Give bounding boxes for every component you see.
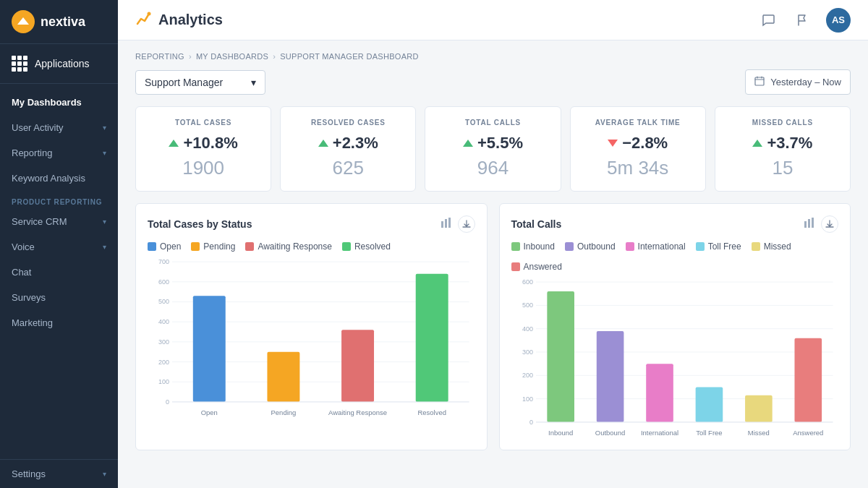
sidebar-item-label: Chat <box>12 267 31 278</box>
stat-label: RESOLVED CASES <box>292 119 404 127</box>
bar-chart-icon[interactable] <box>804 217 815 231</box>
stat-label: MISSED CALLS <box>727 119 838 127</box>
topbar-left: Analytics <box>135 10 223 30</box>
bar-chart-icon[interactable] <box>441 217 452 231</box>
stat-label: AVERAGE TALK TIME <box>582 119 694 127</box>
sidebar-item-settings[interactable]: Settings ▾ <box>0 460 118 488</box>
legend-item: Missed <box>752 241 791 252</box>
legend-color <box>342 242 351 251</box>
logo-area: nextiva <box>0 0 118 44</box>
legend-color <box>565 242 574 251</box>
y-axis-label: 100 <box>158 378 169 385</box>
y-axis-label: 500 <box>522 301 532 309</box>
download-icon[interactable] <box>458 215 475 233</box>
sidebar-item-label: Reporting <box>12 147 52 158</box>
sidebar-item-label: Keyword Analysis <box>12 173 85 184</box>
stat-change: +3.7% <box>727 134 838 153</box>
legend-label: International <box>638 241 686 252</box>
sidebar-item-service-crm[interactable]: Service CRM ▾ <box>0 209 118 234</box>
arrow-down-icon <box>608 140 618 147</box>
breadcrumb-item-reporting[interactable]: REPORTING <box>135 52 184 61</box>
bar <box>695 387 723 421</box>
sidebar-item-my-dashboards[interactable]: My Dashboards <box>0 90 118 115</box>
legend-label: Toll Free <box>708 241 741 252</box>
stat-value: 5m 34s <box>582 157 694 179</box>
legend-item: Resolved <box>342 241 391 252</box>
product-reporting-section: PRODUCT REPORTING <box>0 191 118 209</box>
stat-card-resolved-cases: RESOLVED CASES +2.3% 625 <box>280 106 416 192</box>
legend-label: Outbound <box>577 241 616 252</box>
stat-label: TOTAL CALLS <box>437 119 548 127</box>
date-range-label: Yesterday – Now <box>770 77 841 87</box>
y-axis-label: 300 <box>158 338 169 346</box>
stats-row: TOTAL CASES +10.8% 1900 RESOLVED CASES +… <box>135 106 851 192</box>
legend-label: Answered <box>524 262 562 272</box>
sidebar-item-marketing[interactable]: Marketing <box>0 310 118 335</box>
avatar[interactable]: AS <box>826 8 851 33</box>
sidebar-item-chat[interactable]: Chat <box>0 260 118 285</box>
y-axis-label: 0 <box>166 398 169 406</box>
legend-item: Open <box>148 241 181 252</box>
legend-item: Awaiting Response <box>245 241 332 252</box>
dashboard-selector[interactable]: Support Manager ▾ <box>135 70 265 95</box>
sidebar-footer: Settings ▾ <box>0 459 118 488</box>
legend-label: Inbound <box>524 241 555 252</box>
flag-icon-button[interactable] <box>791 9 814 32</box>
applications-menu[interactable]: Applications <box>0 44 118 84</box>
sidebar-item-label: Voice <box>12 241 35 252</box>
stat-value: 625 <box>292 157 404 179</box>
legend-color <box>511 262 520 271</box>
content-area: REPORTING › MY DASHBOARDS › SUPPORT MANA… <box>118 40 868 488</box>
stat-change-value: +5.5% <box>477 134 523 153</box>
download-icon[interactable] <box>821 215 838 233</box>
y-axis-label: 600 <box>522 279 532 286</box>
legend-label: Pending <box>203 241 235 252</box>
bar-chart-svg: 7006005004003002001000OpenPendingAwaitin… <box>148 259 475 418</box>
legend-item: Pending <box>191 241 235 252</box>
breadcrumb: REPORTING › MY DASHBOARDS › SUPPORT MANA… <box>135 52 851 61</box>
sidebar-item-label: Service CRM <box>12 216 67 227</box>
sidebar-item-user-activity[interactable]: User Activity ▾ <box>0 115 118 140</box>
stat-card-avg-talk-time: AVERAGE TALK TIME −2.8% 5m 34s <box>570 106 706 192</box>
arrow-up-icon <box>169 140 179 147</box>
chart-header: Total Cases by Status <box>148 215 475 233</box>
bar <box>193 296 226 402</box>
chevron-down-icon: ▾ <box>103 243 106 251</box>
stat-change-value: +3.7% <box>767 134 812 153</box>
bar <box>547 291 574 422</box>
bar <box>416 274 448 402</box>
stat-value: 1900 <box>148 157 259 179</box>
legend-item: Inbound <box>511 241 555 252</box>
legend-color <box>511 242 520 251</box>
x-axis-label: Toll Free <box>696 429 722 437</box>
legend-color <box>148 242 156 251</box>
chat-icon-button[interactable] <box>757 9 780 32</box>
applications-label: Applications <box>35 58 90 69</box>
dropdown-arrow-icon: ▾ <box>251 77 256 88</box>
toolbar: Support Manager ▾ Yesterday – Now <box>135 69 851 95</box>
charts-row: Total Cases by Status OpenPendingAwaitin… <box>135 203 851 450</box>
svg-rect-8 <box>808 219 810 228</box>
sidebar-item-surveys[interactable]: Surveys <box>0 285 118 310</box>
date-range-picker[interactable]: Yesterday – Now <box>745 69 851 95</box>
arrow-up-icon <box>463 140 473 147</box>
svg-rect-9 <box>812 218 814 228</box>
legend-color <box>752 242 760 251</box>
bar <box>267 352 299 402</box>
sidebar: nextiva Applications My Dashboards User … <box>0 0 118 488</box>
legend-color <box>245 242 254 251</box>
sidebar-item-keyword-analysis[interactable]: Keyword Analysis <box>0 166 118 191</box>
cases-legend: OpenPendingAwaiting ResponseResolved <box>148 241 475 252</box>
calls-chart-title: Total Calls <box>511 218 562 230</box>
breadcrumb-item-my-dashboards[interactable]: MY DASHBOARDS <box>196 52 268 61</box>
legend-label: Open <box>160 241 181 252</box>
y-axis-label: 600 <box>158 278 169 286</box>
chevron-down-icon: ▾ <box>103 149 106 157</box>
grid-icon <box>12 56 27 72</box>
x-axis-label: Missed <box>747 429 769 437</box>
sidebar-item-voice[interactable]: Voice ▾ <box>0 234 118 260</box>
bar <box>794 338 822 422</box>
sidebar-item-reporting[interactable]: Reporting ▾ <box>0 140 118 166</box>
x-axis-label: Pending <box>271 408 297 416</box>
cases-chart-card: Total Cases by Status OpenPendingAwaitin… <box>135 203 488 450</box>
